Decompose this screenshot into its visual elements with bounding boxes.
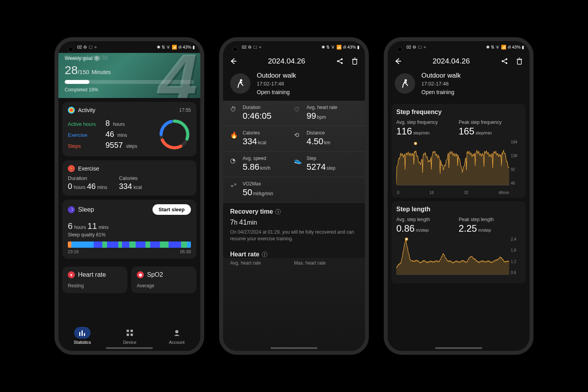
exercise-label: Exercise xyxy=(68,132,102,138)
info-icon[interactable]: i xyxy=(275,209,281,214)
tab-device[interactable]: Device xyxy=(122,327,138,345)
person-icon xyxy=(169,327,185,339)
spo2-title: SpO2 xyxy=(147,271,163,278)
open-training-link[interactable]: Open training xyxy=(421,89,461,95)
heart-rate-title: Heart rate xyxy=(78,271,106,278)
info-icon[interactable]: i xyxy=(262,252,267,257)
svg-rect-6 xyxy=(84,333,85,336)
weekly-goal-value: 28/150 Minutes xyxy=(65,64,194,77)
activity-title: Activity xyxy=(78,107,95,113)
svg-point-14 xyxy=(337,60,339,62)
open-training-link[interactable]: Open training xyxy=(257,89,296,95)
walking-icon xyxy=(395,73,415,94)
svg-rect-28 xyxy=(517,60,521,64)
recovery-title: Recovery time xyxy=(230,208,273,215)
svg-point-15 xyxy=(341,62,343,64)
peak-marker-icon xyxy=(414,142,417,145)
trash-icon[interactable] xyxy=(351,57,359,65)
flame-icon: 🔥 xyxy=(230,131,239,139)
workout-time-range: 17:02-17:48 xyxy=(421,81,461,87)
share-icon[interactable] xyxy=(336,57,344,65)
spo2-card[interactable]: ⬢ SpO2 Average xyxy=(131,267,196,293)
duration-value: 0 hours 46 mins xyxy=(68,182,107,191)
step-length-title: Step length xyxy=(396,206,521,213)
step-length-card[interactable]: Step length Avg. step length 0.86m/step … xyxy=(392,201,526,283)
sleep-card[interactable]: ☽ Sleep Start sleep 6 hours 11 mins Slee… xyxy=(62,200,196,259)
header-date: 2024.04.26 xyxy=(432,57,470,65)
peak-step-freq-label: Peak step frequency xyxy=(459,120,521,125)
svg-rect-4 xyxy=(79,332,80,336)
weekly-goal-progress-bar xyxy=(65,80,194,84)
workout-header-row[interactable]: Outdoor walk 17:02-17:48 Open training xyxy=(223,69,365,101)
step-frequency-card[interactable]: Step frequency Avg. step frequency 116st… xyxy=(392,104,526,198)
activity-card[interactable]: Activity 17:55 Active hours 8 hours Exer… xyxy=(62,102,196,156)
status-bar: 02 ⯐ ⬚ ◇ ✱ ⇅ ⩛ 📶 ıll 43% ▮ xyxy=(223,41,365,53)
tab-account[interactable]: Account xyxy=(169,327,185,345)
start-sleep-button[interactable]: Start sleep xyxy=(152,204,191,215)
activity-icon xyxy=(68,107,75,114)
heart-icon: ♥ xyxy=(68,271,75,278)
heart-rate-sub: Resting xyxy=(68,283,122,289)
svg-point-13 xyxy=(341,58,343,60)
back-icon[interactable] xyxy=(229,57,237,65)
workout-time-range: 17:02-17:48 xyxy=(257,81,296,87)
shoe-icon: 👟 xyxy=(294,157,303,164)
weekly-goal-hero[interactable]: 4 This week 28/150 Weekly goal ? 28/150 … xyxy=(58,53,200,98)
share-icon[interactable] xyxy=(501,57,508,65)
workout-name: Outdoor walk xyxy=(257,72,296,80)
peak-step-freq-value: 165 xyxy=(459,126,474,136)
sleep-end-time: 05:30 xyxy=(180,249,191,254)
avg-step-freq-label: Avg. step frequency xyxy=(396,120,459,125)
workout-header-row[interactable]: Outdoor walk 17:02-17:48 Open training xyxy=(388,69,530,101)
recovery-description: On 04/27/2024 at 01:29, you will be full… xyxy=(230,229,358,242)
heart-rate-card[interactable]: ♥ Heart rate Resting xyxy=(62,267,127,293)
stat-duration: ⏱ Duration 0:46:05 xyxy=(230,105,294,121)
back-icon[interactable] xyxy=(394,57,402,65)
trash-icon[interactable] xyxy=(515,57,523,65)
status-bar: 02 ⯐ ⬚ ◇ ✱ ⇅ ⩛ 📶 ıll 43% ▮ xyxy=(58,41,200,53)
step-length-chart: 2.4 1.8 1.2 0.6 xyxy=(396,237,521,280)
peak-step-len-value: 2.25 xyxy=(459,223,477,234)
svg-line-16 xyxy=(339,60,341,61)
stat-step: 👟 Step 5274step xyxy=(294,156,358,172)
heart-outline-icon: ♡ xyxy=(294,106,303,113)
bottom-tab-bar: Statistics Device Account xyxy=(58,325,200,351)
peak-step-len-label: Peak step length xyxy=(459,217,521,222)
spo2-sub: Average xyxy=(137,283,191,289)
stat-calories: 🔥 Calories 334kcal xyxy=(230,130,294,147)
sleep-stage-bar xyxy=(68,241,191,248)
walking-icon xyxy=(230,73,250,94)
avg-hr-label: Avg. heart rate xyxy=(230,260,294,266)
workout-name: Outdoor walk xyxy=(421,72,461,80)
tab-statistics[interactable]: Statistics xyxy=(74,327,91,345)
droplet-icon: ⬢ xyxy=(137,271,144,278)
hr-section-title: Heart rate xyxy=(230,251,260,258)
svg-line-26 xyxy=(503,60,506,61)
svg-rect-5 xyxy=(82,330,83,336)
stat-avg-hr: ♡ Avg. heart rate 99bpm xyxy=(294,105,358,121)
exercise-card[interactable]: 🏃 Exercise Duration 0 hours 46 mins Calo… xyxy=(62,160,196,196)
status-left: 02 ⯐ ⬚ ◇ xyxy=(77,45,96,49)
bubbles-icon: ∘° xyxy=(230,182,239,190)
calories-value: 334 kcal xyxy=(119,182,142,191)
gauge-icon: ◔ xyxy=(230,157,239,164)
svg-line-17 xyxy=(339,62,341,63)
avg-step-len-label: Avg. step length xyxy=(396,217,459,222)
avg-step-len-value: 0.86 xyxy=(396,223,415,234)
runner-icon: 🏃 xyxy=(68,165,75,172)
status-bar: 02 ⯐ ⬚ ◇ ✱ ⇅ ⩛ 📶 ıll 43% ▮ xyxy=(388,41,530,53)
stat-distance: ⟲ Distance 4.50km xyxy=(294,130,358,147)
exercise-card-title: Exercise xyxy=(78,165,99,172)
sleep-duration: 6 hours 11 mins xyxy=(68,221,191,231)
step-frequency-chart: 184 138 92 46 0 16 32 48min xyxy=(396,140,521,195)
weekly-goal-completed: Completed 19% xyxy=(65,87,194,93)
detail-header: 2024.04.26 xyxy=(388,53,530,69)
active-hours-label: Active hours xyxy=(68,121,102,127)
heart-rate-section[interactable]: Heart rate i xyxy=(223,245,365,258)
recovery-section[interactable]: Recovery time i 7h41min On 04/27/2024 at… xyxy=(223,203,365,245)
grid-icon xyxy=(122,327,138,339)
route-icon: ⟲ xyxy=(294,131,303,139)
step-frequency-title: Step frequency xyxy=(396,109,521,116)
svg-point-24 xyxy=(502,60,503,62)
exercise-value: 46 xyxy=(105,130,114,139)
